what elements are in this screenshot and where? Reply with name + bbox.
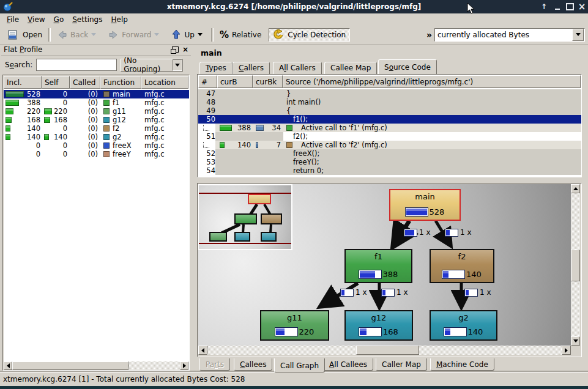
shade-button[interactable]: ↑ (538, 0, 549, 13)
curbk-bar (256, 142, 258, 148)
source-row-active-call[interactable]: 388 34 Active call to 'f1' (mfg.c) (198, 124, 581, 132)
node-label: g2 (458, 313, 469, 322)
grouping-arrow[interactable] (173, 59, 182, 71)
relative-button[interactable]: % Relative (216, 28, 265, 42)
table-row-g11[interactable]: 220 220 (0) g11 mfg.c (4, 107, 189, 116)
menu-go[interactable]: Go (50, 15, 69, 24)
source-row[interactable]: 53 freeY(); (198, 158, 581, 166)
back-button[interactable]: Back (53, 28, 100, 42)
table-row-f1[interactable]: 388 0 (0) f1 mfg.c (4, 98, 189, 107)
menu-bar: File View Go Settings Help (0, 13, 588, 25)
function-color-icon (103, 151, 110, 157)
search-row: Search: (No Grouping) (1, 56, 191, 74)
table-row-f2[interactable]: 140 0 (0) f2 mfg.c (4, 124, 189, 133)
menu-settings[interactable]: Settings (68, 15, 106, 24)
mouse-cursor (467, 2, 475, 14)
menu-view[interactable]: View (23, 15, 49, 24)
graph-node-g11[interactable]: g11 220 (260, 310, 329, 341)
source-row[interactable]: 52 freeX(); (198, 149, 581, 158)
table-row-main[interactable]: 528 0 (0) main mfg.c (4, 90, 189, 98)
percent-icon: % (220, 29, 229, 40)
col-called[interactable]: Called (70, 76, 100, 89)
graph-hscrollbar[interactable] (198, 346, 571, 355)
scroll-down-button[interactable] (571, 336, 580, 346)
tab-types[interactable]: Types (199, 62, 233, 74)
tab-callees[interactable]: Callees (234, 358, 272, 371)
tab-parts[interactable]: Parts (199, 358, 230, 371)
tab-machine-code[interactable]: Machine Code (430, 358, 494, 371)
scroll-left-button[interactable] (4, 361, 12, 370)
selected-function-title: main (201, 48, 222, 57)
title-bar[interactable]: xtmemory.kcg.6274 [/home/philippe/valgri… (0, 0, 588, 13)
minimize-button[interactable] (552, 0, 563, 13)
tab-source-code[interactable]: Source Code (378, 59, 437, 74)
open-button[interactable]: Open (4, 28, 46, 42)
menu-file[interactable]: File (2, 15, 23, 24)
up-button[interactable]: Up (168, 28, 206, 42)
table-row-g2[interactable]: 140 140 (0) g2 mfg.c (4, 133, 189, 141)
source-row[interactable]: 47 } (198, 89, 581, 98)
source-row[interactable]: 54 return 0; (198, 166, 581, 175)
forward-button[interactable]: Forward (105, 28, 163, 42)
dock-float-button[interactable] (172, 46, 179, 53)
col-curbk[interactable]: curBk (253, 75, 283, 88)
source-row-active-call[interactable]: 140 7 Active call to 'f2' (mfg.c) (198, 141, 581, 149)
tab-callee-map[interactable]: Callee Map (324, 62, 377, 74)
col-location[interactable]: Location (141, 76, 188, 89)
close-button[interactable]: × (576, 0, 587, 13)
function-color-icon (103, 125, 110, 132)
maximize-button[interactable] (564, 0, 575, 13)
source-row[interactable]: 48 int main() (198, 98, 581, 106)
toolbar-overflow-button[interactable]: » (424, 30, 434, 40)
scrollbar-thumb[interactable] (356, 346, 419, 355)
event-type-arrow[interactable] (572, 29, 584, 41)
menu-help[interactable]: Help (106, 15, 132, 24)
call-graph-viewport[interactable]: 1 x 1 x 1 x 1 x 1 x main 528 f1 388 f2 (198, 184, 571, 346)
col-line-number[interactable]: # (198, 75, 217, 88)
function-color-icon (103, 143, 110, 149)
dock-close-button[interactable]: × (182, 45, 188, 54)
graph-node-g12[interactable]: g12 168 (344, 310, 413, 341)
table-row-freeX[interactable]: 0 0 (0) freeX mfg.c (4, 141, 189, 150)
horizontal-splitter[interactable] (197, 178, 582, 183)
scroll-left-button[interactable] (198, 346, 207, 355)
tab-all-callers[interactable]: All Callers (273, 62, 322, 74)
incl-bar (6, 100, 19, 106)
table-row-freeY[interactable]: 0 0 (0) freeY mfg.c (4, 150, 189, 158)
tab-all-callees[interactable]: All Callees (323, 358, 373, 371)
grouping-select[interactable]: (No Grouping) (121, 59, 183, 72)
vertical-splitter[interactable] (191, 44, 196, 371)
col-function[interactable]: Function (100, 76, 141, 89)
source-row-selected[interactable]: 50 f1(); (198, 115, 581, 124)
scroll-right-button[interactable] (180, 361, 188, 370)
tab-call-graph[interactable]: Call Graph (274, 358, 325, 372)
graph-vscrollbar[interactable] (571, 184, 580, 346)
graph-node-f2[interactable]: f2 140 (430, 249, 494, 283)
search-input[interactable] (36, 59, 117, 71)
col-incl[interactable]: Incl. (4, 76, 42, 89)
scrollbar-thumb[interactable] (12, 361, 128, 370)
scroll-right-button[interactable] (562, 346, 571, 355)
source-row[interactable]: 51 f2(); (198, 132, 581, 141)
cycle-detection-button[interactable]: Cycle Detection (269, 28, 350, 42)
event-type-select[interactable]: currently allocated Bytes (434, 28, 585, 42)
scrollbar-thumb[interactable] (571, 250, 580, 281)
source-row[interactable]: 49 { (198, 106, 581, 115)
arrow-left-icon (7, 363, 10, 368)
call-graph-minimap[interactable] (198, 184, 292, 250)
graph-node-g2[interactable]: g2 140 (430, 310, 497, 341)
graph-node-main[interactable]: main 528 (389, 189, 461, 221)
scroll-up-button[interactable] (571, 184, 580, 193)
tab-callers[interactable]: Callers (233, 62, 270, 74)
col-self[interactable]: Self (42, 76, 70, 89)
tab-caller-map[interactable]: Caller Map (376, 358, 427, 371)
minimap-node-g12 (234, 232, 250, 242)
col-curb[interactable]: curB (217, 75, 253, 88)
flat-profile-hscrollbar[interactable] (4, 361, 188, 370)
col-source[interactable]: Source ('/home/philippe/valgrind/littlep… (283, 75, 581, 88)
node-label: g12 (371, 313, 387, 322)
toolbar-separator (48, 28, 51, 42)
graph-node-f1[interactable]: f1 388 (344, 249, 412, 283)
search-label: Search: (5, 61, 32, 69)
table-row-g12[interactable]: 168 168 (0) g12 mfg.c (4, 116, 189, 124)
